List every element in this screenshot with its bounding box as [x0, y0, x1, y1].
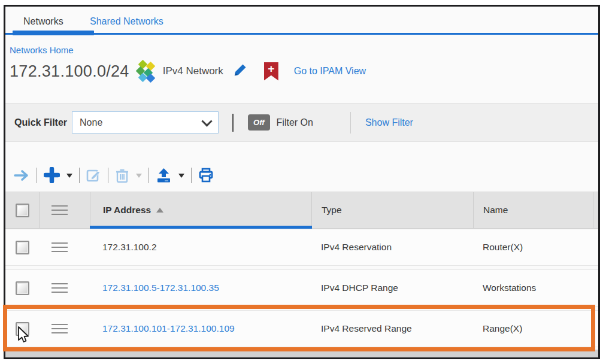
ip-address-cell: 172.31.100.2: [102, 242, 157, 253]
row-3-checkbox[interactable]: [16, 322, 29, 336]
type-cell: IPv4 DHCP Range: [321, 283, 398, 293]
ip-address-link[interactable]: 172.31.100.5-172.31.100.35: [102, 283, 219, 293]
ipv4-network-icon: [135, 60, 158, 82]
quick-filter-selected-value: None: [80, 117, 102, 128]
show-filter-link[interactable]: Show Filter: [365, 117, 413, 128]
toolbar-separator: [149, 168, 149, 183]
type-cell: IPv4 Reservation: [321, 242, 392, 253]
table-header-row: IP Address Type Name: [5, 192, 598, 229]
name-cell: Router(X): [483, 242, 523, 253]
page-header: 172.31.100.0/24 IPv4 Network + Go to IPA…: [10, 59, 598, 83]
toolbar-separator: [79, 168, 80, 183]
column-header-name[interactable]: Name: [473, 192, 593, 228]
ip-address-link[interactable]: 172.31.100.101-172.31.100.109: [102, 323, 235, 334]
page-title: 172.31.100.0/24: [10, 62, 129, 81]
delete-icon[interactable]: [115, 168, 129, 183]
print-icon[interactable]: [198, 168, 214, 183]
filter-toggle-button[interactable]: Off: [248, 114, 270, 131]
header-menu-icon[interactable]: [51, 205, 68, 215]
toolbar-separator: [191, 168, 192, 183]
records-table: IP Address Type Name 172.31.100.2 IPv4 R…: [5, 192, 598, 347]
row-menu-icon[interactable]: [51, 324, 68, 333]
table-footer-strip: [5, 350, 598, 357]
row-menu-icon[interactable]: [51, 283, 68, 293]
row-1-checkbox[interactable]: [16, 241, 29, 254]
quick-filter-bar: Quick Filter None Off Filter On Show Fil…: [5, 103, 598, 142]
object-type-label: IPv4 Network: [163, 65, 223, 77]
add-dropdown-caret[interactable]: [66, 174, 72, 178]
toolbar-separator: [37, 168, 37, 183]
sorted-column-underline: [90, 226, 312, 229]
table-row: 172.31.100.2 IPv4 Reservation Router(X): [5, 229, 598, 266]
type-cell: IPv4 Reserved Range: [321, 323, 412, 334]
divider: [232, 114, 234, 132]
chevron-down-icon: [201, 116, 212, 126]
column-end-spacer: [593, 192, 598, 228]
column-header-ip-address[interactable]: IP Address: [90, 192, 311, 228]
app-window: Networks Shared Networks Networks Home 1…: [4, 5, 600, 359]
tab-networks[interactable]: Networks: [23, 16, 63, 27]
quick-filter-label: Quick Filter: [14, 117, 67, 128]
bookmark-add-icon[interactable]: +: [264, 62, 278, 81]
go-to-ipam-view-link[interactable]: Go to IPAM View: [294, 66, 366, 77]
export-dropdown-caret[interactable]: [178, 174, 184, 178]
edit-icon[interactable]: [86, 168, 101, 183]
filter-on-label: Filter On: [277, 117, 313, 128]
name-cell: Range(X): [483, 323, 522, 334]
delete-dropdown-caret[interactable]: [136, 174, 142, 178]
tab-shared-networks[interactable]: Shared Networks: [90, 16, 163, 27]
divider: [350, 112, 351, 134]
tab-bar: Networks Shared Networks: [5, 7, 598, 37]
row-2-checkbox[interactable]: [16, 281, 29, 295]
column-header-type[interactable]: Type: [311, 192, 473, 228]
select-all-checkbox[interactable]: [16, 204, 29, 217]
quick-filter-select[interactable]: None: [72, 111, 219, 134]
name-cell: Workstations: [483, 283, 536, 293]
toolbar-separator: [108, 168, 108, 183]
grid-toolbar: [14, 165, 598, 186]
breadcrumb-networks-home[interactable]: Networks Home: [10, 45, 598, 56]
go-to-arrow-icon[interactable]: [14, 169, 30, 182]
table-row: 172.31.100.5-172.31.100.35 IPv4 DHCP Ran…: [5, 269, 598, 307]
sort-ascending-icon: [156, 208, 163, 213]
tab-divider-line: [5, 33, 598, 35]
active-tab-indicator: [13, 31, 94, 35]
edit-pencil-icon[interactable]: [232, 62, 249, 81]
row-menu-icon[interactable]: [51, 242, 68, 252]
export-icon[interactable]: [156, 167, 172, 183]
add-icon[interactable]: [44, 167, 60, 183]
table-row-highlighted: 172.31.100.101-172.31.100.109 IPv4 Reser…: [5, 310, 598, 347]
